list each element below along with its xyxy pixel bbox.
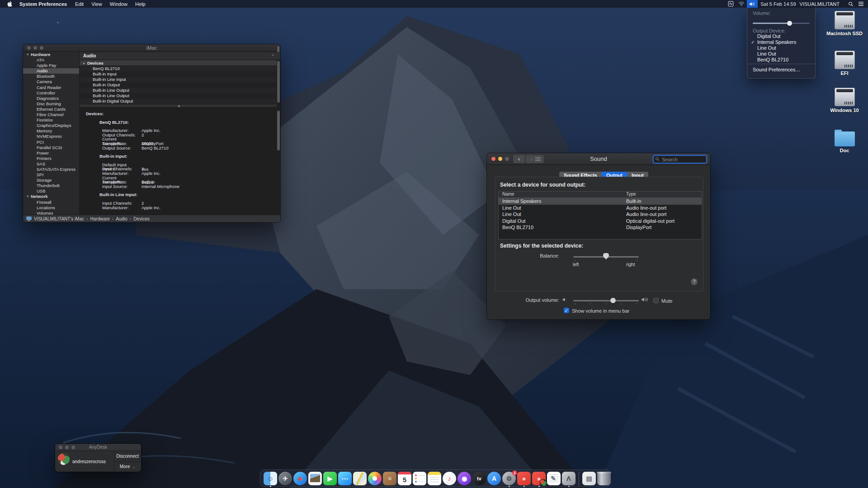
close-button[interactable] xyxy=(59,446,62,449)
mute-checkbox[interactable] xyxy=(653,298,659,303)
sidebar-item-nvmexpress[interactable]: NVMExpress xyxy=(23,134,79,139)
sidebar-item-audio[interactable]: Audio xyxy=(23,68,79,74)
disclosure-triangle-icon[interactable]: ▼ xyxy=(26,194,29,199)
menu-item-line-out-2[interactable]: Line Out xyxy=(747,45,815,51)
dock-item-document[interactable]: ▤ xyxy=(582,472,596,485)
zoom-button[interactable] xyxy=(505,157,509,161)
menu-item-line-out-3[interactable]: Line Out xyxy=(747,51,815,57)
minimize-button[interactable] xyxy=(498,157,502,161)
menu-help[interactable]: Help xyxy=(135,1,146,7)
dock-item-photos[interactable] xyxy=(368,472,382,485)
sidebar-item-controller[interactable]: Controller xyxy=(23,90,79,96)
menu-item-internal-speakers-1[interactable]: ✓Internal Speakers xyxy=(747,39,815,45)
anydesk-status-icon[interactable] xyxy=(726,0,736,8)
devices-horizontal-scrollbar[interactable] xyxy=(80,104,277,108)
sidebar-item-pci[interactable]: PCI xyxy=(23,140,79,145)
dock-item-system-information[interactable]: Λ xyxy=(562,472,576,485)
close-button[interactable] xyxy=(27,46,31,50)
device-row-built-in-line-input-2[interactable]: Built-in Line Input xyxy=(80,77,277,82)
wifi-icon[interactable] xyxy=(736,0,747,8)
volume-icon[interactable] xyxy=(747,0,758,8)
zoom-button[interactable] xyxy=(40,46,43,50)
spotlight-icon[interactable] xyxy=(846,0,856,8)
sidebar-item-diagnostics[interactable]: Diagnostics xyxy=(23,96,79,101)
sidebar-item-memory[interactable]: Memory xyxy=(23,128,79,134)
dock-item-anydesk-session[interactable]: » xyxy=(532,472,546,485)
devices-scrollbar[interactable] xyxy=(277,61,280,103)
dock-item-facetime[interactable]: ▶ xyxy=(323,472,337,485)
desktop-icon-efi[interactable]: EFI xyxy=(826,51,863,76)
sidebar-item-ata[interactable]: ATA xyxy=(23,57,79,63)
active-app-name[interactable]: System Preferences xyxy=(19,1,67,7)
breadcrumb-item-hardware[interactable]: Hardware xyxy=(90,216,110,221)
sidebar-item-bluetooth[interactable]: Bluetooth xyxy=(23,74,79,79)
device-row-built-in-line-output-5[interactable]: Built-in Line Output xyxy=(80,93,277,99)
zoom-button[interactable] xyxy=(71,446,75,449)
desktop-icon-windows-10[interactable]: Windows 10 xyxy=(826,88,863,113)
dock-item-preview[interactable] xyxy=(308,472,322,485)
sidebar-group-network[interactable]: ▼Network xyxy=(23,194,79,199)
menu-window[interactable]: Window xyxy=(110,1,127,7)
search-input[interactable] xyxy=(653,155,707,163)
sidebar-item-storage[interactable]: Storage xyxy=(23,178,79,183)
dock-item-messages[interactable]: … xyxy=(338,472,352,485)
table-row-line-out-2[interactable]: Line OutAudio line-out port xyxy=(499,211,702,218)
notification-center-icon[interactable] xyxy=(856,0,866,8)
help-button[interactable]: ? xyxy=(691,278,698,285)
dock-item-maps[interactable] xyxy=(353,472,367,485)
sidebar-group-hardware[interactable]: ▼Hardware xyxy=(23,52,79,57)
sidebar-item-spi[interactable]: SPI xyxy=(23,172,79,178)
sidebar-item-apple-pay[interactable]: Apple Pay xyxy=(23,63,79,68)
device-row-built-in-output-3[interactable]: Built-in Output xyxy=(80,82,277,88)
show-volume-checkbox[interactable]: ✓ xyxy=(564,308,569,313)
sidebar-item-parallel-scsi[interactable]: Parallel SCSI xyxy=(23,145,79,150)
section-header-audio[interactable]: Audio ⌃ xyxy=(80,52,280,60)
desktop-icon-macintosh-ssd[interactable]: Macintosh SSD xyxy=(826,11,863,36)
menu-item-sound-preferences[interactable]: Sound Preferences… xyxy=(747,67,815,73)
menu-view[interactable]: View xyxy=(91,1,102,7)
table-row-digital-out-3[interactable]: Digital OutOptical digital-out port xyxy=(499,218,702,225)
sidebar-item-locations[interactable]: Locations xyxy=(23,205,79,211)
dock-item-system-preferences[interactable]: ⚙1 xyxy=(502,472,516,485)
menu-item-digital-out-0[interactable]: Digital Out xyxy=(747,33,815,39)
devices-tree-header[interactable]: ▼Devices xyxy=(80,60,277,66)
sidebar-item-disc-burning[interactable]: Disc Burning xyxy=(23,101,79,107)
menubar-clock[interactable]: Sat 5 Feb 14.59 xyxy=(760,1,796,7)
dock-item-calendar[interactable]: 5 xyxy=(398,472,411,485)
sidebar-item-printers[interactable]: Printers xyxy=(23,156,79,161)
dock-item-anydesk[interactable]: » xyxy=(517,472,531,485)
dock-item-trash[interactable] xyxy=(597,472,611,485)
anydesk-titlebar[interactable]: AnyDesk xyxy=(55,444,141,451)
table-row-benq-bl2710-4[interactable]: BenQ BL2710DisplayPort xyxy=(499,224,702,231)
dock-item-music[interactable]: ♪ xyxy=(443,472,456,485)
dock-item-safari[interactable]: ◆ xyxy=(293,472,307,485)
sysinfo-titlebar[interactable]: iMac xyxy=(23,44,280,52)
back-button[interactable]: ‹ xyxy=(513,155,525,163)
sidebar-item-graphics-displays[interactable]: Graphics/Displays xyxy=(23,123,79,128)
output-volume-knob[interactable] xyxy=(610,298,616,303)
apple-menu[interactable] xyxy=(7,1,12,7)
sidebar-item-firewall[interactable]: Firewall xyxy=(23,200,79,205)
collapse-chevron-icon[interactable]: ⌃ xyxy=(271,52,275,61)
sidebar-item-ethernet-cards[interactable]: Ethernet Cards xyxy=(23,107,79,112)
sidebar-item-usb[interactable]: USB xyxy=(23,188,79,194)
sidebar-item-sas[interactable]: SAS xyxy=(23,161,79,167)
dock-item-launchpad[interactable]: ✈ xyxy=(278,472,292,485)
desktop-icon-doc[interactable]: Doc xyxy=(826,128,863,153)
breadcrumb-item-visualmilitant-s-imac[interactable]: VISUALMILITANT's iMac xyxy=(34,216,84,221)
menu-item-benq-bl2710-4[interactable]: BenQ BL2710 xyxy=(747,57,815,63)
volume-menu-slider[interactable] xyxy=(753,23,810,24)
device-row-built-in-digital-output-6[interactable]: Built-in Digital Output xyxy=(80,99,277,104)
device-row-built-in-input-1[interactable]: Built-in Input xyxy=(80,71,277,77)
details-scrollbar[interactable] xyxy=(277,111,280,150)
sidebar-item-card-reader[interactable]: Card Reader xyxy=(23,85,79,90)
dock-item-notes[interactable] xyxy=(428,472,441,485)
sidebar-item-camera[interactable]: Camera xyxy=(23,79,79,84)
sidebar-item-volumes[interactable]: Volumes xyxy=(23,211,79,215)
sound-titlebar[interactable]: Sound ‹ › xyxy=(487,153,710,165)
column-name[interactable]: Name xyxy=(499,192,626,197)
disconnect-button[interactable]: Disconnect xyxy=(114,451,141,461)
device-row-built-in-line-output-4[interactable]: Built-in Line Output xyxy=(80,88,277,93)
table-row-line-out-1[interactable]: Line OutAudio line-out port xyxy=(499,205,702,211)
minimize-button[interactable] xyxy=(65,446,69,449)
